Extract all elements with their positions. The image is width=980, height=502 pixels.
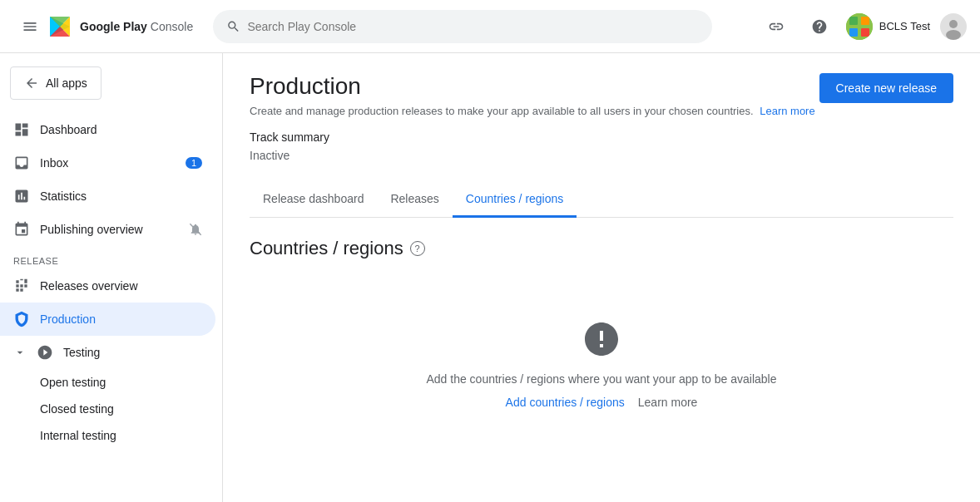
track-summary-title: Track summary [250,130,953,144]
sidebar-item-closed-testing[interactable]: Closed testing [0,396,215,422]
help-circle-icon [811,18,828,35]
inbox-label: Inbox [40,156,68,170]
all-apps-label: All apps [46,76,87,90]
search-bar[interactable] [213,10,712,43]
empty-learn-more: Learn more [638,396,698,409]
account-avatar-btn[interactable] [940,13,967,40]
empty-state-icon [582,319,621,359]
page-subtitle: Create and manage production releases to… [250,105,815,117]
countries-help-icon[interactable]: ? [410,241,425,256]
sidebar-item-dashboard[interactable]: Dashboard [0,113,215,146]
sidebar-item-publishing-overview[interactable]: Publishing overview [0,213,215,246]
svg-rect-7 [861,17,869,25]
production-icon [13,311,30,327]
countries-regions-title: Countries / regions ? [250,238,953,259]
svg-rect-8 [849,28,858,37]
search-icon [226,19,240,34]
sidebar: All apps Dashboard Inbox 1 [0,53,223,502]
hamburger-menu[interactable] [13,10,47,43]
add-countries-link[interactable]: Add countries / regions [506,396,625,409]
page-subtitle-text: Create and manage production releases to… [250,105,754,117]
search-input[interactable] [247,20,699,33]
testing-icon [37,344,53,361]
learn-more-link[interactable]: Learn more [760,105,814,117]
sidebar-item-statistics[interactable]: Statistics [0,180,215,213]
svg-point-12 [946,30,961,40]
dashboard-icon [13,121,30,138]
empty-state-text: Add the countries / regions where you wa… [426,372,776,386]
sidebar-item-internal-testing[interactable]: Internal testing [0,422,215,449]
chevron-down-icon [13,346,27,359]
nav-right: BCLS Test [760,10,967,43]
statistics-icon [13,188,30,204]
dashboard-label: Dashboard [40,123,97,136]
top-nav: Google Play Console [0,0,980,53]
track-summary: Track summary Inactive [250,130,953,162]
link-icon [768,18,784,35]
svg-rect-6 [849,17,858,25]
user-info: BCLS Test [846,13,930,40]
closed-testing-label: Closed testing [40,402,114,416]
release-section-label: Release [0,246,222,269]
open-testing-label: Open testing [40,376,106,389]
page-header-left: Production Create and manage production … [250,73,815,117]
testing-label: Testing [63,346,100,359]
sidebar-item-inbox[interactable]: Inbox 1 [0,146,215,180]
page-header: Production Create and manage production … [250,73,953,117]
logo-area: Google Play Console [47,13,193,40]
empty-state-actions: Add countries / regions Learn more [506,396,698,409]
track-status: Inactive [250,149,953,162]
statistics-label: Statistics [40,189,87,203]
publishing-overview-label: Publishing overview [40,223,143,236]
svg-rect-9 [861,28,869,37]
tab-countries-regions[interactable]: Countries / regions [453,182,577,218]
main-content: Production Create and manage production … [223,53,980,502]
logo-text: Google Play Console [80,20,193,33]
user-name: BCLS Test [879,20,930,32]
sidebar-item-testing[interactable]: Testing [0,336,215,369]
inbox-icon [13,155,30,171]
tab-release-dashboard[interactable]: Release dashboard [250,182,377,218]
svg-point-11 [949,20,958,28]
tab-releases[interactable]: Releases [377,182,452,218]
inbox-badge: 1 [186,157,202,169]
back-arrow-icon [24,76,39,91]
sidebar-item-production[interactable]: Production [0,303,215,336]
empty-state: Add the countries / regions where you wa… [250,286,953,442]
link-icon-btn[interactable] [760,10,793,43]
all-apps-back-btn[interactable]: All apps [10,66,101,100]
tabs-bar: Release dashboard Releases Countries / r… [250,182,953,218]
sidebar-item-open-testing[interactable]: Open testing [0,369,215,396]
sidebar-item-releases-overview[interactable]: Releases overview [0,269,215,303]
releases-overview-icon [13,278,30,294]
main-layout: All apps Dashboard Inbox 1 [0,53,980,502]
publishing-icon [13,221,30,238]
production-label: Production [40,313,96,326]
countries-regions-section: Countries / regions ? Add the countries … [250,238,953,442]
notification-off-icon [189,223,202,236]
page-title: Production [250,73,815,100]
app-avatar [846,13,873,40]
help-icon-btn[interactable] [803,10,836,43]
releases-overview-label: Releases overview [40,279,138,293]
create-release-button[interactable]: Create new release [819,73,953,103]
internal-testing-label: Internal testing [40,429,116,442]
